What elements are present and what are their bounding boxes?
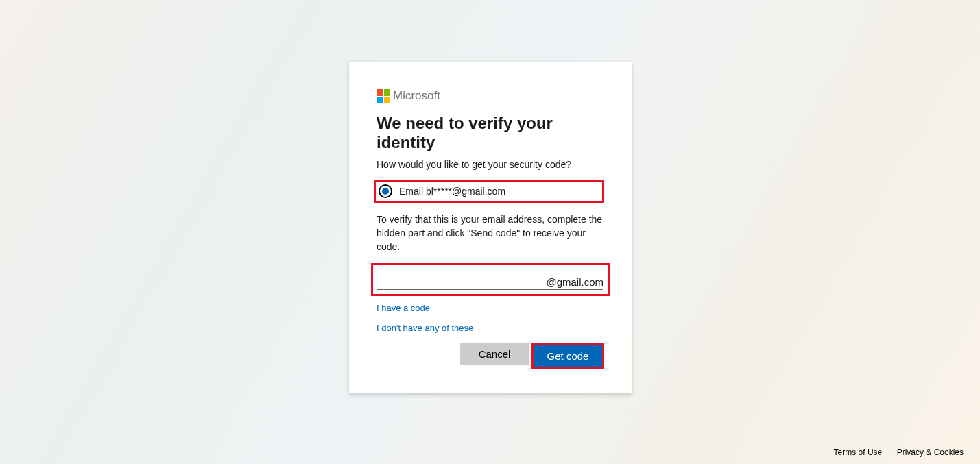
- email-input-row: @gmail.com: [377, 271, 603, 290]
- verification-instruction: To verify that this is your email addres…: [377, 212, 604, 254]
- get-code-button[interactable]: Get code: [534, 345, 602, 367]
- radio-option-label: Email bl*****@gmail.com: [399, 186, 505, 197]
- email-domain-suffix: @gmail.com: [546, 276, 603, 288]
- i-have-a-code-link[interactable]: I have a code: [377, 303, 604, 313]
- brand-row: Microsoft: [377, 89, 604, 103]
- footer-links: Terms of Use Privacy & Cookies: [822, 448, 964, 457]
- page-title: We need to verify your identity: [377, 114, 604, 152]
- button-row: Cancel Get code: [377, 343, 604, 369]
- cancel-button[interactable]: Cancel: [460, 343, 529, 365]
- email-input-highlight: @gmail.com: [371, 263, 610, 296]
- radio-selected-icon: [379, 184, 392, 198]
- microsoft-logo-icon: [377, 89, 390, 103]
- radio-highlight-box: Email bl*****@gmail.com: [374, 180, 604, 203]
- none-of-these-link[interactable]: I don't have any of these: [377, 323, 604, 333]
- brand-name: Microsoft: [393, 89, 440, 103]
- terms-of-use-link[interactable]: Terms of Use: [834, 448, 883, 457]
- radio-option-email[interactable]: Email bl*****@gmail.com: [376, 184, 599, 198]
- verify-identity-card: Microsoft We need to verify your identit…: [349, 62, 632, 393]
- page-subtitle: How would you like to get your security …: [377, 159, 604, 170]
- get-code-highlight: Get code: [531, 343, 604, 369]
- email-prefix-input[interactable]: [377, 271, 546, 288]
- privacy-cookies-link[interactable]: Privacy & Cookies: [897, 448, 964, 457]
